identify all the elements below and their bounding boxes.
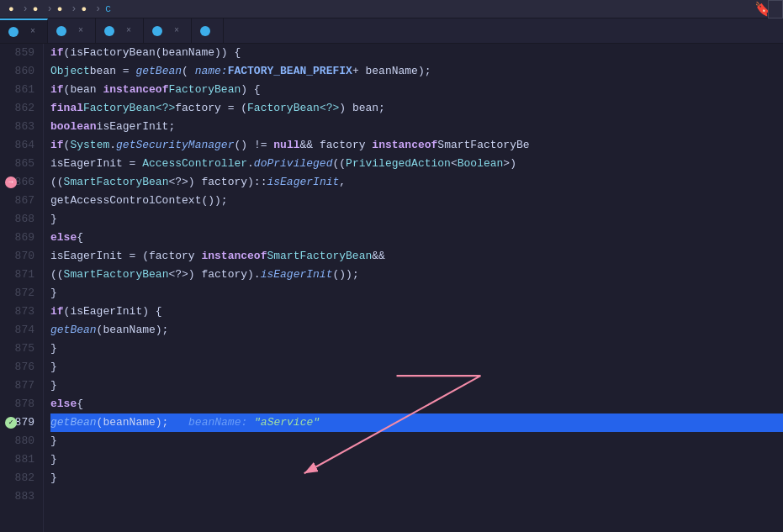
code-line-867: getAccessControlContext()); [50, 192, 783, 210]
breadcrumb-separator: › [23, 3, 29, 15]
gutter-line-874: 874 [3, 321, 38, 340]
tab-icon-0 [8, 27, 19, 37]
gutter-line-879: ✓879 [3, 413, 38, 432]
line-number-860: 860 [15, 62, 34, 81]
tab-close-3[interactable]: × [171, 25, 183, 37]
line-number-875: 875 [15, 340, 34, 358]
code-line-879: getBean(beanName); beanName: "aService" [50, 413, 783, 432]
code-line-865: isEagerInit = AccessController.doPrivile… [50, 155, 783, 173]
gutter-line-873: 873 [3, 303, 38, 321]
tab-close-1[interactable]: × [75, 25, 87, 37]
gutter-line-881: 881 [3, 450, 38, 469]
gutter-line-868: 868 [3, 210, 38, 229]
code-line-868: } [50, 210, 783, 229]
gutter-line-876: 876 [3, 358, 38, 377]
package-icon: ● [8, 4, 14, 14]
line-number-871: 871 [15, 266, 34, 284]
code-line-872: } [50, 284, 783, 303]
tab-icon-2 [104, 26, 114, 36]
line-number-865: 865 [15, 155, 34, 173]
code-line-871: ((SmartFactoryBean<?>) factory).isEagerI… [50, 266, 783, 284]
gutter-line-861: 861 [3, 81, 38, 99]
gutter-line-878: 878 [3, 395, 38, 413]
tab-entrance[interactable]: × [96, 18, 144, 43]
code-line-878: else { [50, 395, 783, 413]
code-line-874: getBean(beanName); [50, 321, 783, 340]
tab-abstractbean[interactable]: × [48, 18, 96, 43]
gutter-line-859: 859 [3, 44, 38, 62]
breadcrumb: ● › ● › ● › ● › C 🔖 [0, 0, 783, 18]
code-line-863: boolean isEagerInit; [50, 118, 783, 136]
line-number-881: 881 [15, 450, 34, 469]
code-line-876: } [50, 358, 783, 377]
tab-icon-3 [152, 26, 162, 36]
editor-container: 859860861862863864865→866867868869870871… [0, 44, 783, 532]
code-line-882: } [50, 469, 783, 487]
line-number-869: 869 [15, 229, 34, 247]
breakpoint-red-866[interactable]: → [5, 176, 17, 188]
gutter-line-866: →866 [3, 173, 38, 192]
code-line-873: if (isEagerInit) { [50, 303, 783, 321]
gutter-line-865: 865 [3, 155, 38, 173]
breadcrumb-separator-2: › [46, 3, 52, 15]
tab-close-2[interactable]: × [123, 25, 135, 37]
code-line-881: } [50, 450, 783, 469]
code-line-860: Object bean = getBean( name: FACTORY_BEA… [50, 62, 783, 81]
code-line-869: else { [50, 229, 783, 247]
code-line-866: ((SmartFactoryBean<?>) factory)::isEager… [50, 173, 783, 192]
gutter-line-871: 871 [3, 266, 38, 284]
line-number-878: 878 [15, 395, 34, 413]
tab-icon-1 [56, 26, 66, 36]
line-number-867: 867 [15, 192, 34, 210]
code-line-862: final FactoryBean<?> factory = (FactoryB… [50, 99, 783, 118]
tabs-bar: × × × × [0, 18, 783, 44]
package-icon-2: ● [33, 4, 39, 14]
line-number-863: 863 [15, 118, 34, 136]
entrance-button[interactable] [768, 0, 783, 18]
gutter-line-872: 872 [3, 284, 38, 303]
tab-icon-4 [200, 26, 210, 36]
line-number-864: 864 [15, 136, 34, 155]
gutter-line-860: 860 [3, 62, 38, 81]
gutter-line-870: 870 [3, 247, 38, 266]
editor-wrapper: if (isFactoryBean(beanName)) { Object be… [44, 44, 783, 532]
breakpoint-green-879[interactable]: ✓ [5, 417, 17, 429]
tab-aservice[interactable]: × [144, 18, 192, 43]
code-line-861: if (bean instanceof FactoryBean) { [50, 81, 783, 99]
code-line-864: if (System.getSecurityManager() != null … [50, 136, 783, 155]
line-number-876: 876 [15, 358, 34, 377]
gutter-line-882: 882 [3, 469, 38, 487]
tab-defaultlistable[interactable]: × [0, 18, 48, 43]
line-number-880: 880 [15, 432, 34, 450]
gutter-line-867: 867 [3, 192, 38, 210]
line-number-883: 883 [15, 487, 34, 506]
gutter-line-863: 863 [3, 118, 38, 136]
code-line-859: if (isFactoryBean(beanName)) { [50, 44, 783, 62]
line-number-872: 872 [15, 284, 34, 303]
breadcrumb-separator-4: › [95, 3, 101, 15]
gutter-line-862: 862 [3, 99, 38, 118]
gutter-line-869: 869 [3, 229, 38, 247]
gutter-line-880: 880 [3, 432, 38, 450]
line-number-882: 882 [15, 469, 34, 487]
line-number-879: 879 [15, 413, 34, 432]
package-icon-4: ● [81, 4, 87, 14]
breadcrumb-separator-3: › [71, 3, 77, 15]
line-number-873: 873 [15, 303, 34, 321]
line-number-861: 861 [15, 81, 34, 99]
gutter-line-875: 875 [3, 340, 38, 358]
code-line-883 [50, 487, 783, 506]
tab-bservice[interactable] [192, 18, 224, 43]
code-line-875: } [50, 340, 783, 358]
line-number-862: 862 [15, 99, 34, 118]
line-number-877: 877 [15, 377, 34, 395]
line-number-859: 859 [15, 44, 34, 62]
line-number-866: 866 [15, 173, 34, 192]
gutter-line-877: 877 [3, 377, 38, 395]
line-number-870: 870 [15, 247, 34, 266]
code-area: if (isFactoryBean(beanName)) { Object be… [44, 44, 783, 532]
class-icon: C [105, 4, 111, 14]
gutter-line-864: 864 [3, 136, 38, 155]
tab-close-0[interactable]: × [27, 26, 39, 38]
line-number-874: 874 [15, 321, 34, 340]
